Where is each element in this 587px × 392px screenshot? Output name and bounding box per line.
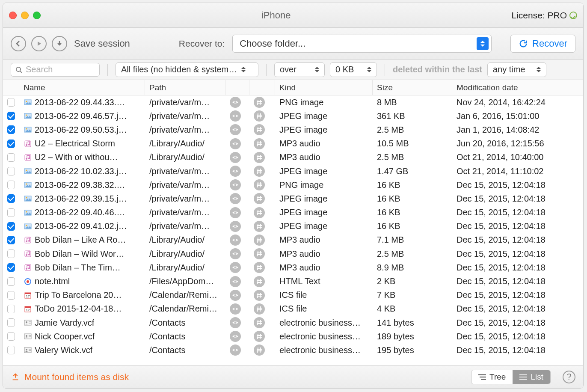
hash-button[interactable] — [254, 344, 265, 356]
size-value-select[interactable]: 0 KB — [330, 62, 377, 77]
preview-button[interactable] — [230, 317, 241, 328]
header-path[interactable]: Path — [145, 80, 225, 95]
row-checkbox[interactable] — [7, 112, 15, 120]
hash-button[interactable] — [254, 166, 265, 177]
recover-button[interactable]: Recover — [510, 35, 575, 53]
hash-button[interactable] — [254, 221, 265, 232]
row-checkbox[interactable] — [7, 98, 15, 107]
preview-button[interactable] — [230, 290, 241, 301]
row-checkbox[interactable] — [7, 346, 15, 354]
close-window-button[interactable] — [9, 12, 17, 19]
zoom-window-button[interactable] — [33, 12, 41, 19]
hash-button[interactable] — [254, 262, 265, 273]
preview-button[interactable] — [230, 344, 241, 356]
list-view-button[interactable]: List — [513, 370, 550, 384]
header-date[interactable]: Modification date — [452, 80, 583, 95]
table-row[interactable]: Valery Wick.vcf/Contactselectronic busin… — [3, 343, 583, 357]
table-row[interactable]: 2013-06-22 09.41.02.j…/private/var/m…JPE… — [3, 220, 583, 233]
table-row[interactable]: 2013-06-22 09.39.15.j…/private/var/m…JPE… — [3, 192, 583, 205]
preview-button[interactable] — [230, 276, 241, 287]
row-checkbox[interactable] — [7, 140, 15, 148]
table-row[interactable]: Jamie Vardy.vcf/Contactselectronic busin… — [3, 316, 583, 330]
hash-button[interactable] — [254, 248, 265, 259]
row-checkbox[interactable] — [7, 332, 15, 341]
table-row[interactable]: Nick Cooper.vcf/Contactselectronic busin… — [3, 330, 583, 343]
preview-button[interactable] — [230, 166, 241, 177]
preview-button[interactable] — [230, 221, 241, 232]
preview-button[interactable] — [230, 138, 241, 149]
minimize-window-button[interactable] — [21, 12, 29, 19]
hash-button[interactable] — [254, 138, 265, 149]
hash-button[interactable] — [254, 207, 265, 218]
table-row[interactable]: 2013-06-22 09.40.46.…/private/var/m…JPEG… — [3, 206, 583, 220]
table-row[interactable]: note.html/Files/AppDom…HTML Text2 KBDec … — [3, 274, 583, 288]
row-checkbox[interactable] — [7, 291, 15, 300]
table-row[interactable]: 2013-06-22 09.44.33.…/private/var/m…PNG … — [3, 95, 583, 109]
table-row[interactable]: Bob Dilan – Wild Wor…/Library/Audio/MP3 … — [3, 247, 583, 261]
hash-button[interactable] — [254, 97, 265, 108]
preview-button[interactable] — [230, 193, 241, 204]
table-row[interactable]: U2 – Electrical Storm/Library/Audio/MP3 … — [3, 137, 583, 151]
row-checkbox[interactable] — [7, 277, 15, 286]
license-badge[interactable]: License: PRO — [511, 10, 577, 21]
table-row[interactable]: 17Trip To Barcelona 20…/Calendar/Remi…IC… — [3, 288, 583, 302]
header-name[interactable]: Name — [19, 80, 145, 95]
hash-button[interactable] — [254, 152, 265, 163]
preview-button[interactable] — [230, 110, 241, 122]
preview-button[interactable] — [230, 124, 241, 135]
header-size[interactable]: Size — [373, 80, 452, 95]
hash-button[interactable] — [254, 290, 265, 301]
preview-button[interactable] — [230, 331, 241, 342]
hash-button[interactable] — [254, 235, 265, 246]
row-checkbox[interactable] — [7, 236, 15, 244]
row-checkbox[interactable] — [7, 125, 15, 134]
preview-button[interactable] — [230, 303, 241, 315]
table-row[interactable]: 2013-06-22 09.50.53.j…/private/var/m…JPE… — [3, 123, 583, 137]
row-checkbox[interactable] — [7, 167, 15, 175]
header-checkbox[interactable] — [3, 80, 19, 95]
download-session-button[interactable] — [52, 36, 67, 51]
preview-button[interactable] — [230, 179, 241, 190]
row-checkbox[interactable] — [7, 222, 15, 231]
hash-button[interactable] — [254, 179, 265, 190]
filetype-filter[interactable]: All files (no hidden & system… — [116, 62, 258, 77]
preview-button[interactable] — [230, 97, 241, 108]
row-checkbox[interactable] — [7, 263, 15, 272]
recover-folder-select[interactable]: Choose folder... — [232, 35, 492, 53]
mount-disk-button[interactable]: Mount found items as disk — [11, 372, 129, 382]
hash-button[interactable] — [254, 317, 265, 328]
preview-button[interactable] — [230, 248, 241, 259]
header-kind[interactable]: Kind — [275, 80, 373, 95]
row-checkbox[interactable] — [7, 305, 15, 313]
row-checkbox[interactable] — [7, 249, 15, 258]
table-row[interactable]: 2013-06-22 10.02.33.j…/private/var/m…JPE… — [3, 164, 583, 178]
size-operator-select[interactable]: over — [274, 62, 325, 77]
table-row[interactable]: 2013-06-22 09.38.32.…/private/var/m…PNG … — [3, 178, 583, 192]
hash-button[interactable] — [254, 276, 265, 287]
help-button[interactable]: ? — [563, 371, 575, 383]
table-row[interactable]: U2 – With or withou…/Library/Audio/MP3 a… — [3, 151, 583, 164]
table-row[interactable]: Bob Dilan – The Tim…/Library/Audio/MP3 a… — [3, 261, 583, 274]
hash-button[interactable] — [254, 303, 265, 315]
tree-view-button[interactable]: Tree — [471, 370, 513, 384]
table-row[interactable]: Bob Dilan – Like A Ro…/Library/Audio/MP3… — [3, 233, 583, 247]
row-checkbox[interactable] — [7, 153, 15, 162]
hash-button[interactable] — [254, 193, 265, 204]
back-button[interactable] — [11, 36, 26, 51]
hash-button[interactable] — [254, 331, 265, 342]
hash-button[interactable] — [254, 124, 265, 135]
preview-button[interactable] — [230, 152, 241, 163]
row-checkbox[interactable] — [7, 181, 15, 189]
search-input[interactable]: Search — [11, 63, 100, 77]
table-row[interactable]: 17ToDo 2015-12-04-18…/Calendar/Remi…ICS … — [3, 302, 583, 316]
row-checkbox[interactable] — [7, 318, 15, 327]
preview-button[interactable] — [230, 262, 241, 273]
hash-button[interactable] — [254, 110, 265, 122]
save-session-label[interactable]: Save session — [74, 38, 130, 49]
row-checkbox[interactable] — [7, 194, 15, 203]
time-filter-select[interactable]: any time — [487, 62, 546, 77]
preview-button[interactable] — [230, 235, 241, 246]
table-row[interactable]: 2013-06-22 09.46.57.j…/private/var/m…JPE… — [3, 109, 583, 123]
play-button[interactable] — [31, 36, 47, 51]
preview-button[interactable] — [230, 207, 241, 218]
